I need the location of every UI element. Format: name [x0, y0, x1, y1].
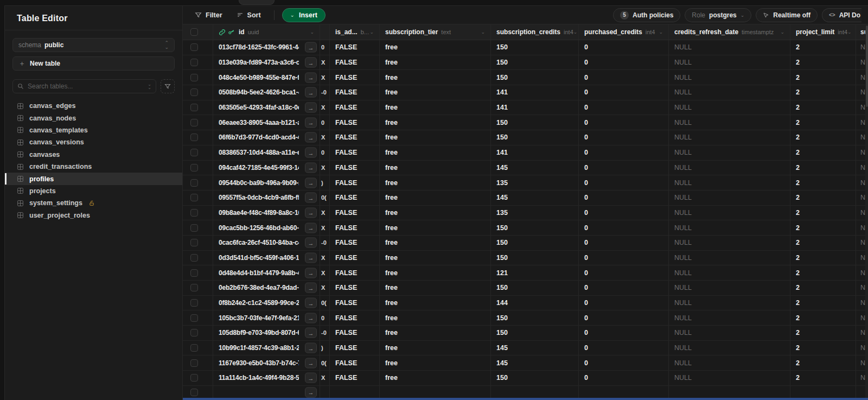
cell-subscription-tier[interactable]: free — [380, 265, 491, 280]
cell-credits-refresh-date[interactable]: NULL — [669, 371, 790, 385]
cell-truncated[interactable]: ) — [320, 175, 330, 190]
cell-truncated[interactable]: X — [320, 55, 330, 70]
cell-purchased-credits[interactable]: 0 — [579, 355, 669, 370]
row-checkbox[interactable] — [190, 254, 198, 262]
cell-project-limit[interactable]: 2 — [790, 130, 856, 145]
cell-subscription-tier[interactable]: free — [380, 296, 491, 310]
cell-purchased-credits[interactable]: 0 — [579, 85, 669, 100]
cell-project-limit[interactable]: 2 — [790, 371, 856, 385]
table-row[interactable]: 105d8bf9-e703-49bd-807d-645e... → -0 FAL… — [183, 326, 868, 341]
column-header-is-admin[interactable]: is_ad... b... ⌄ — [330, 24, 380, 40]
cell-credits-refresh-date[interactable]: NULL — [669, 191, 790, 205]
table-row[interactable]: 06f6b7d3-977d-4cd0-acd4-4a78... → X FALS… — [183, 130, 868, 145]
cell-subscription-credits[interactable]: 141 — [491, 100, 579, 115]
cell-subscription-tier[interactable]: free — [380, 371, 491, 385]
cell-project-limit[interactable]: 2 — [790, 70, 856, 85]
expand-row-button[interactable]: → — [305, 162, 317, 173]
cell-subscription-credits[interactable]: 150 — [491, 40, 579, 55]
cell-purchased-credits[interactable]: 0 — [579, 175, 669, 190]
cell-id[interactable]: 1167e930-e5b0-43b7-b74c-788c9... → — [213, 355, 320, 370]
horizontal-scroll-indicator[interactable] — [183, 398, 868, 400]
cell-id[interactable]: 048c4e50-b989-455e-847e-fb2f... → — [213, 70, 320, 85]
cell-subscription-credits[interactable]: 145 — [491, 191, 579, 205]
cell-credits-refresh-date[interactable]: NULL — [669, 341, 790, 355]
cell-subscription-credits[interactable]: 150 — [491, 236, 579, 250]
cell-project-limit[interactable]: 2 — [790, 161, 856, 175]
cell-credits-refresh-date[interactable]: NULL — [669, 115, 790, 130]
expand-row-button[interactable]: → — [305, 177, 317, 188]
cell-truncated[interactable]: -0 — [320, 236, 330, 250]
cell-subscription-tier[interactable]: free — [380, 161, 491, 175]
cell-is-admin[interactable]: FALSE — [330, 251, 380, 265]
expand-row-button[interactable]: → — [305, 103, 317, 113]
cell-subscription-credits[interactable]: 144 — [491, 296, 579, 310]
cell-subscription-tier[interactable]: free — [380, 145, 491, 160]
cell-project-limit[interactable]: 2 — [790, 310, 856, 325]
table-row[interactable]: 0d48e4d4-b1bf-4479-9a8b-4a4b... → X FALS… — [183, 265, 868, 281]
row-checkbox[interactable] — [190, 74, 198, 81]
row-checkbox[interactable] — [190, 164, 198, 172]
cell-is-admin[interactable]: FALSE — [330, 355, 380, 370]
cell-is-admin[interactable]: FALSE — [330, 206, 380, 220]
cell-truncated[interactable]: 0( — [320, 355, 330, 370]
row-checkbox[interactable] — [190, 209, 198, 217]
cell-credits-refresh-date[interactable]: NULL — [669, 310, 790, 325]
cell-is-admin[interactable]: FALSE — [330, 55, 380, 70]
row-checkbox[interactable] — [190, 104, 198, 111]
column-header-subscription-tier[interactable]: subscription_tier text ⌄ — [380, 24, 491, 40]
table-row[interactable]: 0508b94b-5ee2-4626-bca1-4bca... → -0 FAL… — [183, 85, 868, 100]
row-checkbox[interactable] — [190, 224, 198, 232]
expand-row-button[interactable]: → — [305, 117, 317, 128]
cell-subscription-tier[interactable]: free — [380, 236, 491, 250]
cell-project-limit[interactable]: 2 — [790, 326, 856, 340]
filter-button[interactable]: Filter — [189, 8, 228, 22]
cell-is-admin[interactable]: FALSE — [330, 326, 380, 340]
cell-truncated[interactable]: X — [320, 100, 330, 115]
expand-row-button[interactable]: → — [305, 132, 317, 143]
cell-purchased-credits[interactable]: 0 — [579, 70, 669, 85]
expand-row-button[interactable]: → — [305, 72, 317, 82]
cell-is-admin[interactable]: FALSE — [330, 236, 380, 250]
insert-button[interactable]: ⌄ Insert — [282, 8, 326, 22]
cell-is-admin[interactable]: FALSE — [330, 85, 380, 100]
expand-row-button[interactable]: → — [305, 87, 317, 98]
cell-subscription-credits[interactable]: 145 — [491, 355, 579, 370]
scrollbar-thumb[interactable] — [866, 26, 868, 107]
cell-id[interactable]: 09b8ae4e-f48c-4f89-8a8c-1629b... → — [213, 206, 320, 220]
cell-id[interactable]: 11a114cb-1a4c-49f4-9b28-52219ec... → — [213, 371, 320, 385]
cell-project-limit[interactable]: 2 — [790, 251, 856, 265]
row-checkbox[interactable] — [190, 344, 198, 352]
cell-truncated[interactable]: X — [320, 161, 330, 175]
cell-subscription-credits[interactable]: 145 — [491, 161, 579, 175]
cell-subscription-credits[interactable]: 150 — [491, 220, 579, 235]
cell-credits-refresh-date[interactable]: NULL — [669, 281, 790, 295]
cell-subscription-tier[interactable]: free — [380, 130, 491, 145]
cell-is-admin[interactable]: FALSE — [330, 220, 380, 235]
cell-purchased-credits[interactable]: 0 — [579, 310, 669, 325]
table-row[interactable]: 1167e930-e5b0-43b7-b74c-788c9... → 0( FA… — [183, 355, 868, 371]
column-header-truncated[interactable] — [320, 24, 330, 40]
table-row[interactable]: 09557f5a-0dcb-4cb9-a6fb-fff366... → 0( F… — [183, 191, 868, 206]
expand-row-button[interactable]: → — [305, 387, 317, 397]
cell-id[interactable]: 013cf78d-1625-43fc-9961-442189... → — [213, 40, 320, 55]
row-checkbox[interactable] — [190, 88, 198, 96]
cell-subscription-tier[interactable]: free — [380, 70, 491, 85]
cell-truncated[interactable]: 0 — [320, 310, 330, 325]
cell-credits-refresh-date[interactable]: NULL — [669, 251, 790, 265]
expand-row-button[interactable]: → — [305, 193, 317, 203]
table-row[interactable]: 094caf42-7185-4e45-99f3-14abee... → X FA… — [183, 161, 868, 176]
row-checkbox[interactable] — [190, 374, 198, 382]
schema-select[interactable]: schema public ⌃⌄ — [12, 38, 175, 52]
cell-project-limit[interactable]: 2 — [790, 191, 856, 205]
cell-subscription-credits[interactable]: 135 — [491, 175, 579, 190]
expand-row-button[interactable]: → — [305, 283, 317, 293]
search-tables-box[interactable]: ⌄⌄ — [12, 79, 156, 93]
cell-subscription-tier[interactable]: free — [380, 191, 491, 205]
cell-truncated[interactable]: -0 — [320, 326, 330, 340]
table-row[interactable]: 09544b0c-ba9b-496a-9b09-244... → ) FALSE… — [183, 175, 868, 191]
cell-purchased-credits[interactable]: 0 — [579, 55, 669, 70]
expand-row-button[interactable]: → — [305, 58, 317, 68]
row-checkbox[interactable] — [190, 149, 198, 156]
cell-id[interactable]: 10b99c1f-4857-4c39-a8b1-263b8... → — [213, 341, 320, 355]
cell-is-admin[interactable]: FALSE — [330, 281, 380, 295]
